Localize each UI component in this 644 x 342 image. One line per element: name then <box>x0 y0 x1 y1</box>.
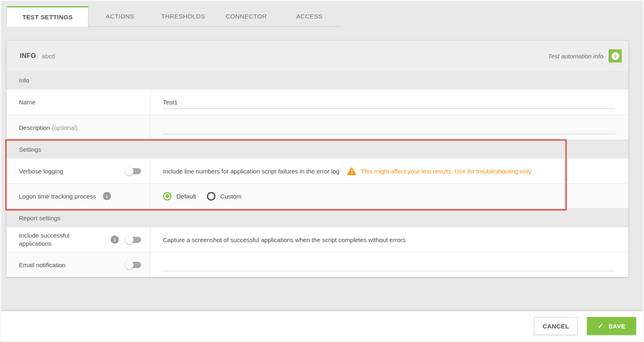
include-successful-description: Capture a screenshot of successful appli… <box>163 236 405 243</box>
cancel-button[interactable]: CANCEL <box>534 317 578 335</box>
check-icon: ✓ <box>598 322 604 330</box>
radio-custom-label: Custom <box>220 193 242 200</box>
section-header-info: Info <box>7 71 628 90</box>
description-label-cell: Description (optional) <box>7 115 151 140</box>
section-header-settings: Settings <box>7 140 628 158</box>
description-label: Description <box>19 124 50 131</box>
toggle-knob <box>125 236 134 244</box>
tab-access[interactable]: ACCESS <box>278 6 341 26</box>
section-title: Settings <box>19 146 41 153</box>
tab-test-settings[interactable]: TEST SETTINGS <box>7 6 88 27</box>
verbose-logging-label-cell: Verbose logging <box>7 159 151 183</box>
tab-actions[interactable]: ACTIONS <box>88 6 152 26</box>
toggle-knob <box>125 261 134 269</box>
test-automation-info-label: Test automation info <box>548 53 603 60</box>
radio-custom[interactable]: Custom <box>207 192 242 201</box>
section-header-report: Report settings <box>7 208 628 227</box>
warning-icon: ! <box>347 167 357 175</box>
include-successful-label-cell: Include successful applications i <box>7 227 151 252</box>
tab-label: TEST SETTINGS <box>22 14 73 21</box>
verbose-logging-label: Verbose logging <box>19 168 63 175</box>
radio-default-label: Default <box>176 193 196 200</box>
info-header: INFO abcd Test automation info i <box>7 41 628 71</box>
include-successful-label: Include successful applications <box>19 231 89 248</box>
logon-tracking-options-cell: Default Custom <box>151 184 628 208</box>
test-automation-info-button[interactable]: i <box>609 49 622 62</box>
name-label: Name <box>19 99 35 106</box>
name-label-cell: Name <box>7 90 151 115</box>
tab-label: CONNECTOR <box>226 13 267 20</box>
tab-bar: TEST SETTINGS ACTIONS THRESHOLDS CONNECT… <box>7 6 341 27</box>
verbose-logging-warning: This might affect your test results. Use… <box>361 168 531 175</box>
settings-card: INFO abcd Test automation info i Info Na… <box>7 41 628 277</box>
info-icon[interactable]: i <box>103 192 111 200</box>
description-value-cell <box>151 115 628 140</box>
tab-label: ACTIONS <box>106 13 134 20</box>
description-row: Description (optional) <box>7 115 628 140</box>
info-title: INFO <box>20 52 36 60</box>
email-notification-row: Email notification <box>7 252 628 277</box>
name-row: Name Test1 <box>7 90 628 115</box>
logon-tracking-label: Logon time tracking process <box>19 193 96 200</box>
verbose-logging-description-cell: Include line numbers for application scr… <box>151 159 628 183</box>
include-successful-row: Include successful applications i Captur… <box>7 227 628 252</box>
verbose-logging-toggle[interactable] <box>126 168 141 174</box>
section-title: Info <box>19 77 29 84</box>
include-successful-description-cell: Capture a screenshot of successful appli… <box>151 227 628 252</box>
toggle-knob <box>125 167 134 176</box>
page: TEST SETTINGS ACTIONS THRESHOLDS CONNECT… <box>0 0 644 342</box>
description-optional-label: (optional) <box>52 124 78 131</box>
radio-custom-circle <box>207 192 215 201</box>
include-successful-toggle[interactable] <box>126 237 141 243</box>
tab-label: ACCESS <box>296 13 322 20</box>
save-button[interactable]: ✓ SAVE <box>587 317 636 335</box>
name-value: Test1 <box>163 99 178 106</box>
name-input[interactable]: Test1 <box>163 96 615 109</box>
verbose-logging-row: Verbose logging Include line numbers for… <box>7 158 628 183</box>
radio-default-circle <box>163 192 171 201</box>
name-value-cell: Test1 <box>151 90 628 115</box>
logon-tracking-label-cell: Logon time tracking process i <box>7 184 151 208</box>
section-title: Report settings <box>19 215 60 222</box>
tab-label: THRESHOLDS <box>161 13 205 20</box>
footer-bar: CANCEL ✓ SAVE <box>1 311 643 341</box>
tab-thresholds[interactable]: THRESHOLDS <box>152 6 215 26</box>
verbose-logging-description: Include line numbers for application scr… <box>163 168 339 175</box>
radio-default[interactable]: Default <box>163 192 196 201</box>
save-button-label: SAVE <box>609 323 625 330</box>
email-notification-label: Email notification <box>19 261 65 268</box>
tab-connector[interactable]: CONNECTOR <box>215 6 278 26</box>
email-notification-label-cell: Email notification <box>7 252 151 277</box>
info-icon: i <box>612 52 619 60</box>
logon-tracking-row: Logon time tracking process i Default Cu… <box>7 183 628 208</box>
email-notification-toggle[interactable] <box>126 262 141 268</box>
description-input[interactable] <box>163 121 615 134</box>
info-icon[interactable]: i <box>111 236 119 244</box>
email-notification-input[interactable] <box>163 258 615 271</box>
info-subtitle: abcd <box>42 53 55 60</box>
email-notification-value-cell <box>151 252 628 277</box>
